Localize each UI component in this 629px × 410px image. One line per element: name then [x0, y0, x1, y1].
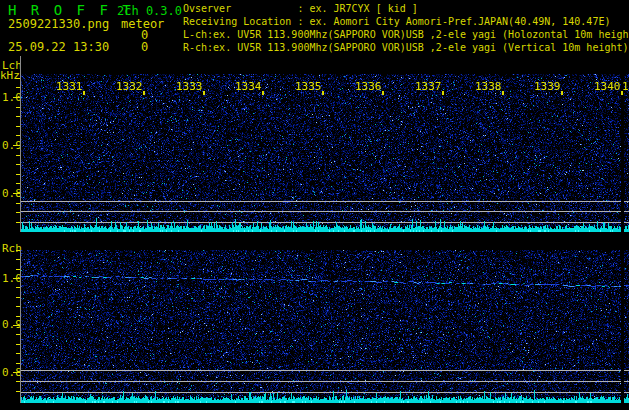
time-tick-mark	[561, 91, 563, 95]
freq-major-tick-mark	[13, 278, 20, 279]
time-tick-mark	[322, 91, 324, 95]
freq-major-tick-mark	[13, 145, 20, 146]
lch-receiver-line: L-ch:ex. UV5R 113.900Mhz(SAPPORO VOR)USB…	[183, 29, 629, 40]
freq-minor-tick-mark	[16, 183, 20, 184]
time-tick-mark	[442, 91, 444, 95]
time-tick-label: 1336	[355, 80, 382, 93]
time-tick-mark	[262, 91, 264, 95]
rch-left-axis-line	[20, 250, 21, 403]
freq-minor-tick-mark	[16, 222, 20, 223]
time-tick-mark	[143, 91, 145, 95]
freq-minor-tick-mark	[16, 334, 20, 335]
channel-version: 2ch 0.3.0	[117, 4, 182, 18]
time-tick-label: 1340	[594, 80, 621, 93]
observation-datetime: 25.09.22 13:30	[8, 40, 109, 54]
freq-minor-tick-mark	[16, 269, 20, 270]
time-tick-label: 1332	[116, 80, 143, 93]
freq-minor-tick-mark	[16, 287, 20, 288]
time-tick-label: 1339	[534, 80, 561, 93]
time-tick-label: 1333	[176, 80, 203, 93]
time-tick-label: 1331	[56, 80, 83, 93]
freq-minor-tick-mark	[16, 316, 20, 317]
observer-line: Ovserver : ex. JR7CYX [ kid ]	[183, 3, 418, 14]
app-title: H R O F F T	[8, 2, 134, 18]
time-tick-mark	[203, 91, 205, 95]
freq-minor-tick-mark	[16, 363, 20, 364]
time-tick-mark	[83, 91, 85, 95]
freq-minor-tick-mark	[16, 259, 20, 260]
freq-minor-tick-mark	[16, 353, 20, 354]
rch-spectrogram	[21, 250, 629, 403]
freq-minor-tick-mark	[16, 87, 20, 88]
freq-minor-tick-mark	[16, 78, 20, 79]
time-tick-label: 1334	[235, 80, 262, 93]
freq-minor-tick-mark	[16, 155, 20, 156]
freq-minor-tick-mark	[16, 250, 20, 251]
freq-major-tick-mark	[13, 372, 20, 373]
freq-minor-tick-mark	[16, 381, 20, 382]
rch-receiver-line: R-ch:ex. UV5R 113.900Mhz(SAPPORO VOR)USB…	[183, 42, 629, 53]
freq-minor-tick-mark	[16, 116, 20, 117]
output-filename: 2509221330.png	[8, 17, 109, 31]
freq-minor-tick-mark	[16, 107, 20, 108]
time-tick-mark	[621, 91, 623, 95]
time-tick-mark	[382, 91, 384, 95]
freq-minor-tick-mark	[16, 174, 20, 175]
freq-major-tick-mark	[13, 193, 20, 194]
hrofft-window: H R O F F T 2ch 0.3.0 2509221330.png met…	[0, 0, 629, 410]
freq-minor-tick-mark	[16, 126, 20, 127]
time-tick-label: 1338	[475, 80, 502, 93]
freq-minor-tick-mark	[16, 391, 20, 392]
time-tick-mark	[502, 91, 504, 95]
freq-minor-tick-mark	[16, 306, 20, 307]
meteor-count-rch: 0	[141, 40, 148, 54]
time-tick-label: 1337	[415, 80, 442, 93]
frequency-unit-label: kHz	[0, 69, 20, 82]
freq-minor-tick-mark	[16, 203, 20, 204]
freq-major-tick-mark	[13, 325, 20, 326]
freq-minor-tick-mark	[16, 164, 20, 165]
freq-minor-tick-mark	[16, 212, 20, 213]
freq-minor-tick-mark	[16, 344, 20, 345]
receiving-location-line: Receiving Location : ex. Aomori City Aom…	[183, 16, 610, 27]
lch-left-axis-line	[20, 56, 21, 232]
rch-panel-label: Rch	[2, 242, 22, 255]
freq-minor-tick-mark	[16, 297, 20, 298]
freq-major-tick-mark	[13, 97, 20, 98]
time-tick-label: 1335	[295, 80, 322, 93]
freq-minor-tick-mark	[16, 135, 20, 136]
